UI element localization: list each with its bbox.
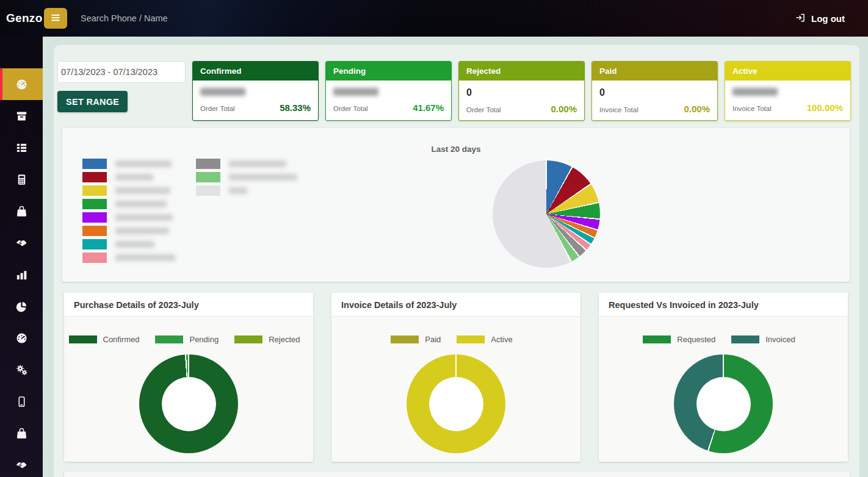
- menu-toggle-button[interactable]: [44, 8, 67, 29]
- last-20-days-card: Last 20 days: [62, 128, 850, 282]
- legend-label-redacted: [115, 174, 153, 181]
- legend-item: [196, 172, 297, 182]
- stat-card-title: Rejected: [459, 62, 584, 81]
- legend-label: Paid: [425, 335, 441, 344]
- date-range-input[interactable]: [57, 61, 186, 83]
- legend-label-redacted: [115, 201, 167, 207]
- legend-label: Active: [491, 335, 512, 344]
- last-20-days-pie-chart: [493, 160, 600, 268]
- logout-label: Log out: [811, 13, 845, 24]
- stat-total-label: Invoice Total: [599, 106, 638, 113]
- stat-card-body: 0Invoice Total0.00%: [592, 81, 717, 114]
- sidebar-item-10[interactable]: [0, 354, 43, 386]
- stat-total-label: Order Total: [466, 106, 501, 113]
- legend-item: Pending: [155, 335, 219, 344]
- set-range-button[interactable]: SET RANGE: [57, 91, 128, 112]
- legend-swatch: [457, 335, 485, 343]
- handshake-icon: [15, 236, 29, 250]
- stat-card-body: Invoice Total100.00%: [725, 81, 850, 113]
- legend-swatch: [196, 172, 220, 182]
- stat-card-body: Order Total41.67%: [326, 81, 451, 113]
- sidebar-item-2[interactable]: [0, 100, 43, 132]
- legend-label-redacted: [115, 241, 154, 248]
- legend-label: Invoiced: [765, 335, 795, 344]
- logout-icon: [795, 12, 806, 25]
- redacted-value: [200, 88, 245, 96]
- sidebar-item-5[interactable]: [0, 195, 43, 227]
- month-chart-area: RequestedInvoiced: [599, 317, 848, 462]
- legend-label-redacted: [115, 228, 169, 234]
- handshake-icon: [15, 458, 29, 472]
- bar-chart-icon: [15, 268, 29, 282]
- sidebar-item-9[interactable]: [0, 322, 43, 354]
- stat-total-label: Order Total: [200, 105, 235, 112]
- legend-label: Confirmed: [103, 335, 140, 344]
- shopping-bag-icon: [15, 204, 29, 218]
- overview-legend: [82, 159, 297, 263]
- pie-chart-icon: [15, 299, 29, 314]
- legend-label-redacted: [115, 160, 172, 167]
- legend-item: [82, 159, 175, 169]
- logout-button[interactable]: Log out: [795, 12, 845, 25]
- legend-item: [82, 199, 175, 209]
- sidebar-item-7[interactable]: [0, 259, 43, 290]
- stat-card-title: Paid: [592, 62, 717, 81]
- sidebar-item-8[interactable]: [0, 290, 43, 322]
- legend-item: [82, 185, 175, 196]
- legend-item: Confirmed: [69, 335, 140, 344]
- legend-item: [82, 172, 175, 182]
- legend-swatch: [643, 335, 671, 343]
- legend-label: Rejected: [269, 335, 300, 344]
- sidebar-item-4[interactable]: [0, 163, 43, 195]
- monthly-charts-row: Purchase Details of 2023-JulyConfirmedPe…: [64, 293, 850, 462]
- sidebar-item-6[interactable]: [0, 227, 43, 259]
- legend-column: [196, 159, 297, 263]
- month-card-title: Invoice Details of 2023-July: [331, 293, 580, 316]
- legend-label-redacted: [229, 187, 247, 194]
- stat-card-active: ActiveInvoice Total100.00%: [725, 61, 851, 121]
- legend-column: [82, 159, 175, 263]
- legend-label-redacted: [115, 214, 173, 221]
- sidebar-item-1[interactable]: [0, 68, 43, 100]
- stat-total-label: Order Total: [333, 105, 368, 112]
- legend-item: Rejected: [234, 335, 300, 344]
- donut-legend: RequestedInvoiced: [643, 335, 803, 344]
- overview-chart-title: Last 20 days: [62, 145, 850, 154]
- dashboard-gauge-icon: [15, 77, 29, 91]
- legend-swatch: [82, 172, 107, 182]
- legend-item: Requested: [643, 335, 715, 344]
- sidebar-item-3[interactable]: [0, 132, 43, 163]
- legend-item: [82, 212, 175, 223]
- stat-percent: 100.00%: [807, 102, 843, 113]
- stat-value: 0: [466, 88, 577, 97]
- donut-chart: [139, 354, 238, 453]
- donut-legend: ConfirmedPendingRejected: [69, 335, 309, 344]
- main-content: SET RANGE ConfirmedOrder Total58.33%Pend…: [43, 37, 868, 477]
- legend-item: Paid: [391, 335, 441, 344]
- legend-swatch: [196, 159, 220, 169]
- sidebar-item-13[interactable]: [0, 449, 43, 477]
- hamburger-icon: [49, 12, 62, 26]
- legend-label-redacted: [229, 174, 297, 181]
- brand-logo: Genzo: [6, 12, 42, 25]
- sidebar-item-12[interactable]: [0, 417, 43, 449]
- month-chart-card: Requested Vs Invoiced in 2023-JulyReques…: [599, 293, 848, 462]
- search-input[interactable]: [79, 13, 283, 24]
- month-card-title: Purchase Details of 2023-July: [64, 293, 313, 316]
- stat-card-confirmed: ConfirmedOrder Total58.33%: [192, 61, 319, 121]
- shopping-bag-icon: [15, 426, 29, 440]
- legend-swatch: [82, 226, 107, 236]
- stat-card-body: 0Order Total0.00%: [459, 81, 584, 114]
- stat-percent: 58.33%: [280, 102, 311, 113]
- legend-label: Requested: [677, 335, 715, 344]
- stat-card-title: Active: [725, 62, 850, 81]
- donut-chart: [407, 354, 505, 453]
- legend-swatch: [82, 199, 107, 209]
- sidebar-item-11[interactable]: [0, 386, 43, 417]
- stat-card-paid: Paid0Invoice Total0.00%: [591, 61, 718, 121]
- month-chart-card: Purchase Details of 2023-JulyConfirmedPe…: [64, 293, 313, 462]
- stat-percent: 0.00%: [684, 104, 710, 114]
- stat-percent: 0.00%: [551, 104, 577, 114]
- legend-swatch: [155, 335, 183, 343]
- donut-chart: [674, 354, 773, 453]
